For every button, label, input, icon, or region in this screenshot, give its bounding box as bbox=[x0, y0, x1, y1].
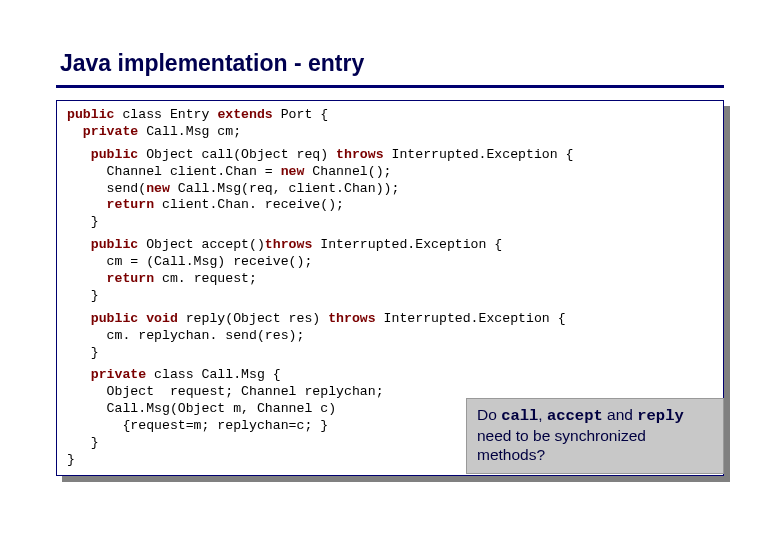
keyword-public: public bbox=[67, 237, 138, 252]
code-text: {request=m; replychan=c; } bbox=[67, 418, 328, 433]
code-text: Channel(); bbox=[304, 164, 391, 179]
keyword-throws: throws bbox=[336, 147, 383, 162]
code-text: Interrupted.Exception { bbox=[376, 311, 566, 326]
title-underline bbox=[56, 85, 724, 88]
code-text: class Call.Msg { bbox=[146, 367, 281, 382]
code-block-call: public Object call(Object req) throws In… bbox=[67, 147, 713, 231]
keyword-throws: throws bbox=[328, 311, 375, 326]
keyword-public: public bbox=[67, 147, 138, 162]
keyword-private: private bbox=[67, 367, 146, 382]
keyword-private: private bbox=[67, 124, 138, 139]
code-text: Object call(Object req) bbox=[138, 147, 336, 162]
keyword-public-void: public void bbox=[67, 311, 178, 326]
code-text: } bbox=[67, 288, 99, 303]
code-text: cm = (Call.Msg) receive(); bbox=[67, 254, 312, 269]
code-text: client.Chan. receive(); bbox=[154, 197, 344, 212]
code-text: send( bbox=[67, 181, 146, 196]
callout-code-reply: reply bbox=[637, 407, 684, 425]
callout-text: and bbox=[603, 406, 637, 423]
callout-code-accept: accept bbox=[547, 407, 603, 425]
callout-text: , bbox=[538, 406, 547, 423]
code-block-reply: public void reply(Object res) throws Int… bbox=[67, 311, 713, 362]
keyword-public: public bbox=[67, 107, 114, 122]
callout-box: Do call, accept and reply need to be syn… bbox=[466, 398, 724, 474]
callout-code-call: call bbox=[501, 407, 538, 425]
code-text: class Entry bbox=[114, 107, 217, 122]
code-block-class-decl: public class Entry extends Port { privat… bbox=[67, 107, 713, 141]
keyword-new: new bbox=[281, 164, 305, 179]
slide: Java implementation - entry public class… bbox=[0, 0, 780, 496]
code-text: reply(Object res) bbox=[178, 311, 328, 326]
slide-title: Java implementation - entry bbox=[56, 50, 724, 77]
code-text: } bbox=[67, 435, 99, 450]
keyword-new: new bbox=[146, 181, 170, 196]
keyword-throws: throws bbox=[265, 237, 312, 252]
keyword-return: return bbox=[67, 271, 154, 286]
keyword-extends: extends bbox=[217, 107, 272, 122]
code-text: } bbox=[67, 214, 99, 229]
code-text: } bbox=[67, 345, 99, 360]
code-block-accept: public Object accept()throws Interrupted… bbox=[67, 237, 713, 305]
code-container: public class Entry extends Port { privat… bbox=[56, 100, 724, 476]
code-text: Channel client.Chan = bbox=[67, 164, 281, 179]
code-text: cm. replychan. send(res); bbox=[67, 328, 304, 343]
code-text: Port { bbox=[273, 107, 328, 122]
code-text: cm. request; bbox=[154, 271, 257, 286]
callout-text: Do bbox=[477, 406, 501, 423]
callout-text: need to be synchronized methods? bbox=[477, 427, 646, 463]
code-text: Call.Msg cm; bbox=[138, 124, 241, 139]
keyword-return: return bbox=[67, 197, 154, 212]
code-text: } bbox=[67, 452, 75, 467]
code-text: Interrupted.Exception { bbox=[312, 237, 502, 252]
code-text: Call.Msg(req, client.Chan)); bbox=[170, 181, 400, 196]
code-text: Object request; Channel replychan; bbox=[67, 384, 384, 399]
code-text: Object accept() bbox=[138, 237, 265, 252]
code-text: Interrupted.Exception { bbox=[384, 147, 574, 162]
code-text: Call.Msg(Object m, Channel c) bbox=[67, 401, 336, 416]
